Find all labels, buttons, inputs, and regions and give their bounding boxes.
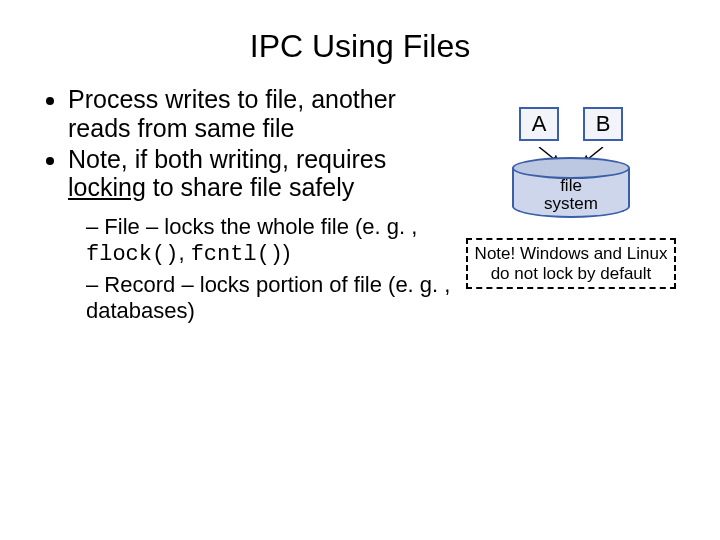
subbullet-1: File – locks the whole file (e. g. , flo… — [86, 214, 454, 268]
process-b-box: B — [583, 107, 623, 141]
bullet-1: Process writes to file, another reads fr… — [68, 85, 454, 143]
sub1-sep: , — [178, 240, 190, 265]
bullet-2: Note, if both writing, requires locking … — [68, 145, 454, 324]
bullet-2-post: to share file safely — [146, 173, 354, 201]
content-area: Process writes to file, another reads fr… — [0, 85, 720, 328]
subbullet-2: Record – locks portion of file (e. g. , … — [86, 272, 454, 324]
slide-title: IPC Using Files — [0, 0, 720, 85]
bullet-2-pre: Note, if both writing, requires — [68, 145, 386, 173]
bullet-column: Process writes to file, another reads fr… — [44, 85, 454, 328]
process-row: A B — [454, 107, 688, 141]
cyl-label-2: system — [544, 195, 598, 213]
cylinder-wrap: file system — [454, 157, 688, 218]
sub1-a: File – locks the whole file (e. g. , — [104, 214, 417, 239]
diagram-column: A B file system Not — [454, 85, 688, 328]
note-callout: Note! Windows and Linux do not lock by d… — [466, 238, 676, 289]
file-system-cylinder: file system — [512, 157, 630, 218]
sub1-code1: flock() — [86, 242, 178, 267]
bullet-2-underline: locking — [68, 173, 146, 201]
sub1-end: ) — [283, 240, 290, 265]
cyl-label-1: file — [560, 177, 582, 195]
sub1-code2: fcntl() — [191, 242, 283, 267]
process-a-box: A — [519, 107, 559, 141]
